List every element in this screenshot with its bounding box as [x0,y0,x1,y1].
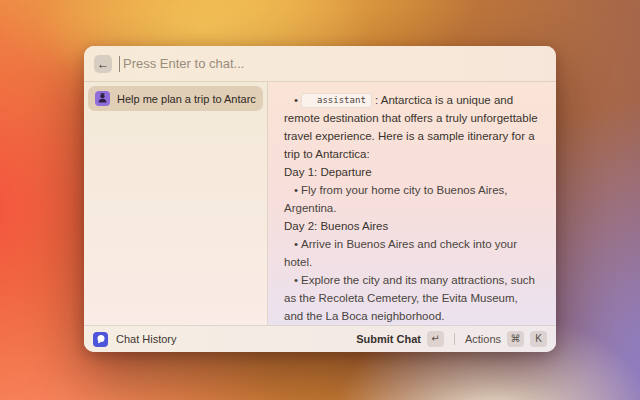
footer-divider [454,333,455,345]
day-heading: Day 1: Departure [284,163,538,181]
chat-input-placeholder[interactable]: Press Enter to chat... [123,56,244,71]
cmd-keycap[interactable]: ⌘ [507,331,524,347]
itinerary-bullet: •Explore the city and its many attractio… [284,271,535,325]
back-arrow-icon: ← [97,55,109,73]
text-caret [119,56,120,72]
itinerary-blocks: Day 1: Departure•Fly from your home city… [284,163,538,325]
chat-transcript[interactable]: •assistant : Antarctica is a unique and … [268,82,556,325]
window-body: Help me plan a trip to Antarctica •assis… [84,82,556,325]
enter-keycap[interactable]: ↵ [427,331,444,347]
footer-actions: Submit Chat ↵ Actions ⌘ K [356,331,547,347]
chat-input-bar: ← Press Enter to chat... [84,46,556,82]
bullet-marker: • [294,238,298,250]
role-badge: assistant [301,93,372,108]
bullet-marker: • [294,94,298,106]
itinerary-bullet: •Arrive in Buenos Aires and check into y… [284,235,535,271]
sidebar-item-trip-chat[interactable]: Help me plan a trip to Antarctica [88,86,263,111]
sidebar-item-label: Help me plan a trip to Antarctica [117,93,256,105]
app-logo-icon [93,332,108,347]
k-keycap[interactable]: K [530,331,547,347]
chat-sidebar: Help me plan a trip to Antarctica [84,82,268,325]
submit-chat-button[interactable]: Submit Chat [356,333,421,345]
day-heading: Day 2: Buenos Aires [284,217,538,235]
itinerary-bullet: •Fly from your home city to Buenos Aires… [284,181,535,217]
actions-button[interactable]: Actions [465,333,501,345]
assistant-message: •assistant : Antarctica is a unique and … [284,91,538,163]
chat-window: ← Press Enter to chat... Help me plan a … [84,46,556,352]
status-bar: Chat History Submit Chat ↵ Actions ⌘ K [84,325,556,352]
chat-history-button[interactable]: Chat History [93,332,177,347]
chat-history-label: Chat History [116,333,177,345]
trip-chat-icon [95,91,110,106]
bullet-marker: • [294,184,298,196]
bullet-marker: • [294,274,298,286]
back-button[interactable]: ← [94,55,112,73]
